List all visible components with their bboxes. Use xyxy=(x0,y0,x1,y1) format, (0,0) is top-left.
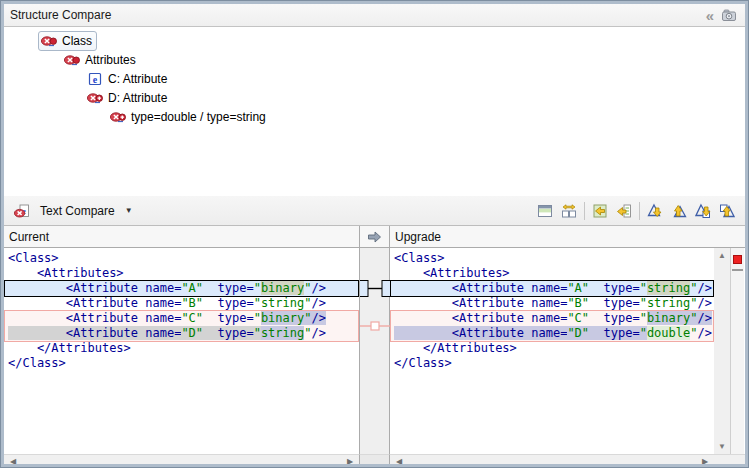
code-line: </Class> xyxy=(390,356,714,371)
tree-item[interactable]: D: Attribute xyxy=(84,88,172,107)
code-segment: binary" xyxy=(647,311,698,325)
code-segment: /> xyxy=(697,311,711,325)
text-compare-toolbar: e Text Compare ▼ xyxy=(4,196,745,226)
tree-item[interactable]: type=double / type=string xyxy=(107,107,271,126)
tree-item[interactable]: Attributes xyxy=(61,50,141,69)
scrollbar-gutter-spacer xyxy=(360,454,390,464)
code-line: <Attribute name="D" type="string"/> xyxy=(4,326,359,341)
dropdown-caret-icon[interactable]: ▼ xyxy=(125,206,133,215)
code-line: <Attributes> xyxy=(390,266,714,281)
compare-editor-window: Structure Compare « ClassAttributeseC: A… xyxy=(0,0,749,468)
element-e: e xyxy=(87,71,103,87)
code-line: <Attribute name="C" type="binary"/> xyxy=(390,311,714,326)
code-segment: string xyxy=(261,326,304,340)
code-segment: </Class> xyxy=(8,356,66,370)
code-segment: </Attributes> xyxy=(394,341,517,355)
code-segment: type= xyxy=(589,326,640,340)
scroll-up-icon[interactable]: ▲ xyxy=(714,248,730,263)
code-segment: <Attribute name= xyxy=(8,326,181,340)
previous-difference-icon[interactable] xyxy=(667,199,691,223)
toolbar-separator xyxy=(639,202,640,220)
compare-editor-content: Structure Compare « ClassAttributeseC: A… xyxy=(4,4,745,464)
diff-connectors xyxy=(360,248,390,450)
code-segment: binary" xyxy=(261,311,312,325)
structure-compare-tree[interactable]: ClassAttributeseC: AttributeD: Attribute… xyxy=(4,27,745,196)
tree-item-cell[interactable]: Attributes xyxy=(61,50,141,70)
code-segment: /> xyxy=(311,281,325,295)
next-change-icon[interactable] xyxy=(691,199,715,223)
compare-body: <Class> <Attributes> <Attribute name="A"… xyxy=(4,248,745,454)
code-segment: <Attribute name= xyxy=(8,296,181,310)
code-line: <Attributes> xyxy=(4,266,359,281)
double-chevron-left-icon[interactable]: « xyxy=(699,6,719,24)
code-segment: type= xyxy=(203,296,254,310)
code-segment: "A" xyxy=(181,281,203,295)
code-line: <Class> xyxy=(4,251,359,266)
code-segment: "D" xyxy=(181,326,203,340)
previous-change-icon[interactable] xyxy=(715,199,739,223)
copy-all-right-to-left-icon[interactable] xyxy=(588,199,612,223)
right-code-pane[interactable]: <Class> <Attributes> <Attribute name="A"… xyxy=(390,248,714,454)
tree-item-cell[interactable]: eC: Attribute xyxy=(84,69,172,89)
code-segment: " xyxy=(640,311,647,325)
code-segment: </Class> xyxy=(394,356,452,370)
tree-item-cell[interactable]: Class xyxy=(38,31,97,51)
scroll-left-icon[interactable]: ◀ xyxy=(6,455,20,464)
left-code-pane[interactable]: <Class> <Attributes> <Attribute name="A"… xyxy=(4,248,360,454)
horizontal-view-icon[interactable] xyxy=(533,199,557,223)
left-pane-title: Current xyxy=(9,230,49,244)
code-segment: " xyxy=(254,326,261,340)
scroll-left-icon[interactable]: ◀ xyxy=(392,455,406,464)
scroll-right-icon[interactable]: ▶ xyxy=(698,455,712,464)
copy-current-right-to-left-icon[interactable] xyxy=(612,199,636,223)
code-segment: "C" xyxy=(567,311,589,325)
conflict-change xyxy=(64,52,80,68)
code-segment: "A" xyxy=(567,281,589,295)
change-marker[interactable] xyxy=(733,255,742,264)
code-segment: <Attribute name= xyxy=(394,326,567,340)
code-line: <Attribute name="A" type="binary"/> xyxy=(4,281,359,296)
tree-item[interactable]: eC: Attribute xyxy=(84,69,172,88)
camera-icon[interactable] xyxy=(719,6,739,24)
code-segment: </Attributes> xyxy=(8,341,131,355)
tree-item-label: Class xyxy=(62,34,92,48)
vertical-scrollbar[interactable]: ▲ ▼ xyxy=(714,248,731,454)
tree-item[interactable]: Class xyxy=(38,31,97,50)
tree-item-cell[interactable]: type=double / type=string xyxy=(107,107,271,127)
right-horizontal-scrollbar[interactable]: ◀ ▶ xyxy=(390,454,714,464)
code-segment: type= xyxy=(589,311,640,325)
next-difference-icon[interactable] xyxy=(643,199,667,223)
code-segment: <Class> xyxy=(394,251,445,265)
code-line: </Attributes> xyxy=(4,341,359,356)
code-segment: " xyxy=(640,326,647,340)
scrollbar-corner xyxy=(714,454,745,464)
scroll-down-icon[interactable]: ▼ xyxy=(714,439,730,454)
svg-text:e: e xyxy=(93,73,98,84)
code-segment: string xyxy=(647,281,690,295)
side-by-side-view-icon[interactable] xyxy=(557,199,581,223)
left-pane-header: Current xyxy=(4,226,360,247)
code-line: <Attribute name="D" type="double"/> xyxy=(390,326,714,341)
text-compare-viewer-icon: e xyxy=(10,199,34,223)
code-line: <Attribute name="B" type="string"/> xyxy=(4,296,359,311)
code-segment: "C" xyxy=(181,311,203,325)
code-segment: <Attribute name= xyxy=(394,296,567,310)
code-segment: /> xyxy=(311,311,325,325)
conflict-addition xyxy=(110,109,126,125)
left-horizontal-scrollbar[interactable]: ◀ ▶ xyxy=(4,454,360,464)
code-segment: "string" xyxy=(254,296,312,310)
code-line: <Attribute name="A" type="string"/> xyxy=(390,281,714,296)
code-segment: <Attribute name= xyxy=(394,311,567,325)
code-segment: /> xyxy=(697,281,711,295)
scroll-right-icon[interactable]: ▶ xyxy=(343,455,357,464)
tree-item-cell[interactable]: D: Attribute xyxy=(84,88,172,108)
right-pane-header: Upgrade xyxy=(390,226,745,247)
tree-item-label: Attributes xyxy=(85,53,136,67)
code-segment: type= xyxy=(589,296,640,310)
code-line: </Attributes> xyxy=(390,341,714,356)
code-line: <Attribute name="B" type="string"/> xyxy=(390,296,714,311)
code-segment: /> xyxy=(697,296,711,310)
code-segment: <Attribute name= xyxy=(8,311,181,325)
overview-ruler[interactable] xyxy=(731,248,744,454)
code-segment: /> xyxy=(697,326,711,340)
